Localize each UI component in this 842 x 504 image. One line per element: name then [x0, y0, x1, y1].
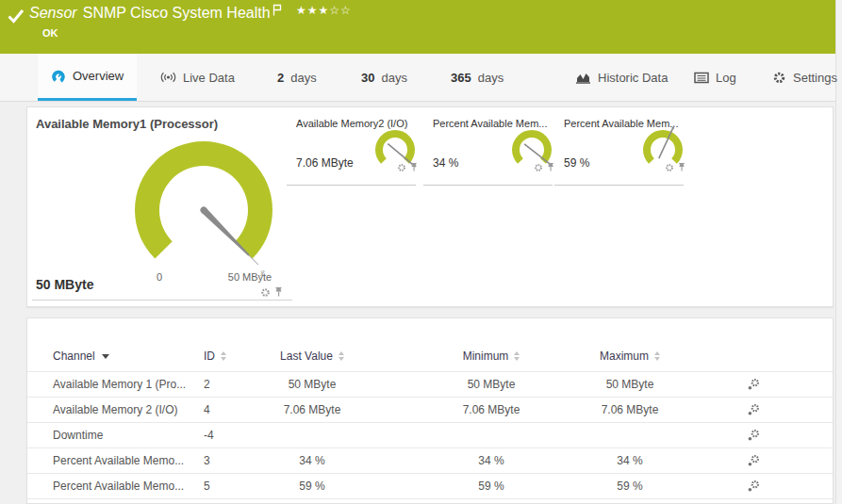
- mini-gauge-panel: Percent Available Mem... 59 %: [554, 118, 684, 186]
- mini-gauge-value: 59 %: [564, 156, 589, 170]
- status-badge: OK: [42, 27, 58, 39]
- tab-365-days-label: days: [478, 71, 504, 85]
- channel-name: Available Memory 1 (Pro...: [53, 378, 204, 391]
- sort-desc-icon: [102, 354, 109, 359]
- pin-icon[interactable]: [678, 162, 685, 172]
- sensor-status-header: SensorSNMP Cisco System Health ★★★☆☆ OK: [0, 0, 835, 54]
- minimum-value: 50 MByte: [406, 378, 576, 391]
- sort-icon: [338, 351, 344, 361]
- tab-2-days[interactable]: 2 days: [277, 54, 317, 101]
- broadcast-icon: [160, 71, 176, 84]
- channels-table-panel: Channel ID Last Value Minimum Maximum: [26, 317, 834, 504]
- channel-name: Downtime: [53, 429, 204, 442]
- mini-gauge-value: 7.06 MByte: [296, 156, 354, 170]
- gear-icon[interactable]: [534, 163, 543, 172]
- main-gauge-actions: [260, 286, 283, 298]
- gear-icon[interactable]: [260, 287, 271, 298]
- sort-icon: [221, 351, 226, 361]
- mini-gauge-panel: Percent Available Mem... 34 %: [423, 118, 553, 186]
- status-ok-check-icon: [8, 8, 25, 27]
- maximum-value: 7.06 MByte: [576, 403, 684, 416]
- table-row: Percent Available Memo... 3 34 % 34 % 34…: [27, 448, 833, 474]
- column-header-id[interactable]: ID: [204, 350, 256, 363]
- tab-30-days-number: 30: [361, 71, 374, 85]
- log-list-icon: [694, 72, 709, 84]
- main-gauge-value: 50 MByte: [36, 277, 93, 292]
- tab-live-data-label: Live Data: [183, 71, 235, 85]
- pin-icon[interactable]: [274, 286, 283, 298]
- column-header-minimum[interactable]: Minimum: [406, 350, 576, 363]
- table-row: Available Memory 2 (I/O) 4 7.06 MByte 7.…: [27, 398, 833, 423]
- channel-id: 5: [204, 480, 256, 493]
- main-gauge: x̄: [128, 135, 279, 285]
- gear-icon: [772, 71, 786, 85]
- sort-icon: [654, 351, 660, 361]
- maximum-value: 50 MByte: [576, 378, 684, 391]
- tab-365-days-number: 365: [451, 71, 471, 85]
- mini-gauge-panel: Available Memory2 (I/O) 7.06 MByte: [287, 118, 416, 186]
- channel-id: -4: [204, 429, 256, 442]
- main-gauge-scale-max: 50 MByte: [216, 271, 284, 283]
- minimum-value: 59 %: [406, 480, 576, 493]
- edit-channel-icon[interactable]: [736, 480, 770, 493]
- tab-overview-label: Overview: [73, 69, 124, 83]
- gauges-panel: Available Memory1 (Processor) x̄ 0 50 MB…: [26, 106, 834, 307]
- edit-channel-icon[interactable]: [736, 403, 770, 416]
- gear-icon[interactable]: [665, 163, 674, 172]
- last-value: 34 %: [256, 454, 369, 467]
- last-value: 59 %: [256, 480, 369, 493]
- channel-id: 2: [204, 378, 256, 391]
- tab-historic-data-label: Historic Data: [598, 71, 668, 85]
- edit-channel-icon[interactable]: [736, 378, 770, 391]
- mini-gauge-value: 34 %: [433, 156, 458, 170]
- channel-name: Percent Available Memo...: [53, 454, 204, 467]
- main-gauge-divider: [32, 300, 292, 301]
- mini-gauge-actions: [665, 162, 685, 172]
- tab-settings[interactable]: Settings: [772, 54, 837, 101]
- last-value: 7.06 MByte: [256, 403, 369, 416]
- table-row: Available Memory 1 (Pro... 2 50 MByte 50…: [27, 372, 833, 398]
- main-gauge-title: Available Memory1 (Processor): [36, 117, 218, 131]
- priority-flag-icon[interactable]: [272, 3, 282, 20]
- mini-gauge-actions: [534, 162, 554, 172]
- maximum-value: 34 %: [576, 454, 684, 467]
- tab-2-days-number: 2: [277, 71, 284, 85]
- pin-icon[interactable]: [410, 162, 418, 172]
- tab-log-label: Log: [716, 71, 736, 85]
- minimum-value: 34 %: [406, 454, 576, 467]
- tab-live-data[interactable]: Live Data: [160, 54, 235, 101]
- gauge-icon: [51, 69, 66, 84]
- edit-channel-icon[interactable]: [736, 454, 770, 467]
- sort-icon: [514, 351, 520, 361]
- edit-channel-icon[interactable]: [736, 429, 770, 442]
- pin-icon[interactable]: [547, 162, 554, 172]
- tab-30-days-label: days: [381, 71, 406, 85]
- sensor-tab-bar: Overview Live Data 2 days 30 days 365 da…: [0, 54, 835, 102]
- channel-name: Available Memory 2 (I/O): [53, 403, 204, 416]
- tab-2-days-label: days: [290, 71, 316, 85]
- tab-overview[interactable]: Overview: [38, 54, 137, 101]
- channel-id: 4: [204, 403, 256, 416]
- prtg-sensor-page: SensorSNMP Cisco System Health ★★★☆☆ OK …: [0, 0, 842, 504]
- column-header-channel[interactable]: Channel: [53, 350, 204, 363]
- tab-settings-label: Settings: [793, 71, 837, 85]
- mini-gauge-actions: [397, 162, 418, 172]
- sensor-type-label: Sensor: [29, 5, 77, 21]
- sensor-rating-stars[interactable]: ★★★☆☆: [296, 4, 352, 17]
- tab-log[interactable]: Log: [694, 54, 736, 101]
- table-header-row: Channel ID Last Value Minimum Maximum: [27, 318, 833, 372]
- table-row: Downtime -4: [27, 423, 833, 448]
- tab-30-days[interactable]: 30 days: [361, 54, 407, 101]
- minimum-value: 7.06 MByte: [406, 403, 576, 416]
- column-header-maximum[interactable]: Maximum: [576, 350, 684, 363]
- channel-id: 3: [204, 454, 256, 467]
- table-row: Percent Available Memo... 5 59 % 59 % 59…: [27, 474, 833, 499]
- tab-historic-data[interactable]: Historic Data: [575, 54, 668, 101]
- main-gauge-scale-min: 0: [150, 271, 169, 283]
- channel-name: Percent Available Memo...: [53, 480, 204, 493]
- gear-icon[interactable]: [397, 163, 406, 172]
- tab-365-days[interactable]: 365 days: [451, 54, 504, 101]
- sensor-name: SNMP Cisco System Health: [83, 5, 271, 21]
- column-header-last-value[interactable]: Last Value: [256, 350, 369, 363]
- last-value: 50 MByte: [256, 378, 369, 391]
